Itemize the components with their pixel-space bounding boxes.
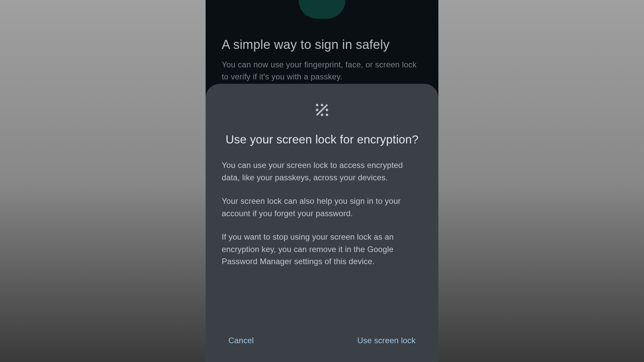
dialog-title: Use your screen lock for encryption? — [222, 131, 422, 147]
dialog-paragraph-2: Your screen lock can also help you sign … — [222, 195, 422, 220]
background-subtitle: You can now use your fingerprint, face, … — [222, 59, 422, 83]
phone-screen: A simple way to sign in safely You can n… — [206, 0, 438, 362]
svg-point-0 — [316, 104, 318, 106]
dialog-body: You can use your screen lock to access e… — [222, 159, 422, 267]
encryption-dialog: Use your screen lock for encryption? You… — [206, 84, 438, 362]
svg-point-5 — [326, 114, 328, 116]
svg-point-2 — [316, 109, 318, 111]
passkey-hero-icon — [299, 0, 345, 19]
background-page: A simple way to sign in safely You can n… — [206, 0, 438, 83]
cancel-button[interactable]: Cancel — [222, 332, 261, 349]
pattern-lock-icon — [222, 103, 422, 117]
svg-line-6 — [317, 105, 327, 115]
background-title: A simple way to sign in safely — [222, 38, 422, 52]
dialog-paragraph-1: You can use your screen lock to access e… — [222, 159, 422, 184]
svg-point-3 — [326, 109, 328, 111]
dialog-paragraph-3: If you want to stop using your screen lo… — [222, 231, 422, 267]
dialog-actions: Cancel Use screen lock — [222, 332, 422, 349]
use-screen-lock-button[interactable]: Use screen lock — [351, 332, 422, 349]
svg-point-4 — [321, 114, 323, 116]
svg-point-1 — [321, 104, 323, 106]
